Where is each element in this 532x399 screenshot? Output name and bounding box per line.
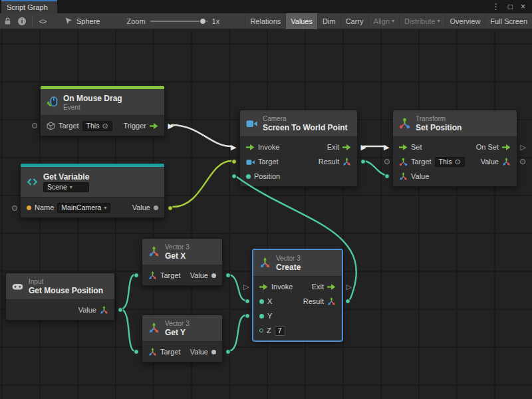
target-this-chip[interactable]: This ⊙ (82, 121, 112, 131)
target-input-port[interactable] (134, 273, 139, 278)
result-output-port[interactable] (360, 159, 366, 164)
maximize-icon[interactable]: □ (508, 3, 513, 11)
value-port-label: Value (190, 348, 208, 356)
port-row: Target Result (240, 154, 357, 169)
set-input-port[interactable]: ▶ (384, 144, 389, 151)
value-input-port[interactable] (384, 174, 390, 179)
exit-port-label: Exit (327, 143, 339, 151)
relations-button[interactable]: Relations (245, 13, 285, 29)
x-port-label: X (267, 297, 272, 305)
node-header[interactable]: Vector 3 Create (253, 250, 342, 277)
float-port-dot[interactable] (259, 299, 264, 304)
chevron-down-icon: ▾ (70, 184, 72, 190)
float-port-dot[interactable] (259, 314, 264, 319)
invoke-port-label: Invoke (271, 283, 293, 291)
tab-script-graph[interactable]: Script Graph (1, 0, 57, 13)
dim-button[interactable]: Dim (317, 13, 340, 29)
node-header[interactable]: Get Variable Scene ▾ (21, 167, 164, 198)
object-port-dot[interactable] (154, 205, 158, 210)
variable-name-value: MainCamera (61, 203, 101, 211)
lock-icon[interactable] (0, 13, 15, 29)
carry-button[interactable]: Carry (340, 13, 368, 29)
value-output-port[interactable] (225, 349, 231, 354)
close-icon[interactable]: × (521, 3, 525, 11)
y-port-label: Y (267, 312, 272, 320)
result-output-port[interactable] (345, 299, 350, 304)
target-input-port[interactable] (134, 349, 139, 354)
position-input-port[interactable] (231, 174, 237, 179)
value-port-label: Value (78, 306, 96, 314)
node-header[interactable]: Camera Screen To World Point (240, 110, 357, 137)
name-input-port[interactable] (12, 205, 17, 211)
target-input-port[interactable] (231, 159, 237, 164)
exit-output-port[interactable]: ▷ (346, 283, 352, 291)
z-input[interactable] (275, 326, 285, 336)
fullscreen-button[interactable]: Full Screen (485, 13, 532, 29)
y-input-port[interactable] (245, 313, 250, 319)
float-port-dot[interactable] (211, 350, 216, 354)
target-input-port[interactable] (32, 123, 37, 128)
node-category: Camera (263, 115, 348, 122)
node-header[interactable]: On Mouse Drag Event (41, 89, 164, 116)
exit-output-port[interactable]: ▶ (361, 144, 366, 151)
zoom-slider[interactable] (150, 21, 207, 22)
code-view-icon[interactable]: <> (35, 13, 50, 29)
target-this-chip[interactable]: This ⊙ (435, 157, 465, 167)
distribute-button[interactable]: Distribute ▾ (399, 13, 444, 29)
graph-target-label: Sphere (76, 17, 100, 25)
object-picker-icon[interactable]: ⊙ (454, 158, 460, 166)
zoom-value: 1x (212, 17, 220, 25)
node-get-variable[interactable]: Get Variable Scene ▾ Name MainCamera ▾ (20, 163, 165, 218)
x-input-port[interactable] (245, 299, 250, 304)
string-port-dot[interactable] (27, 205, 31, 210)
target-input-port[interactable] (384, 159, 390, 164)
zoom-slider-thumb[interactable] (200, 18, 206, 25)
invoke-input-port[interactable]: ▶ (231, 144, 236, 151)
node-header[interactable]: Transform Set Position (393, 110, 517, 137)
graph-canvas[interactable]: On Mouse Drag Event Target This ⊙ Trigge… (0, 29, 532, 399)
node-get-mouse-position[interactable]: Input Get Mouse Position Value (5, 273, 115, 321)
node-header[interactable]: Input Get Mouse Position (6, 273, 114, 300)
float-port-dot[interactable] (259, 329, 263, 332)
port-row: Target This ⊙ Value (393, 154, 517, 169)
tab-bar: Script Graph ⋮ □ × (0, 0, 532, 13)
align-button[interactable]: Align ▾ (368, 13, 399, 29)
chevron-down-icon: ▾ (104, 205, 106, 211)
vector3-port-icon (342, 158, 351, 166)
info-icon-glyph: i (18, 17, 26, 25)
node-on-mouse-drag[interactable]: On Mouse Drag Event Target This ⊙ Trigge… (40, 85, 165, 136)
node-vector3-create[interactable]: Vector 3 Create Invoke Exit X (253, 249, 342, 341)
port-row: Position (240, 169, 357, 184)
value-output-port[interactable] (168, 205, 173, 211)
chevron-down-icon: ▾ (392, 18, 394, 24)
trigger-output-port[interactable]: ▶ (168, 122, 174, 130)
node-header[interactable]: Vector 3 Get X (142, 239, 222, 265)
value-output-port[interactable] (520, 159, 525, 164)
node-get-x[interactable]: Vector 3 Get X Target Value (142, 238, 223, 286)
node-screen-to-world-point[interactable]: Camera Screen To World Point Invoke Exit… (239, 110, 358, 187)
vector3-icon (148, 246, 160, 257)
float-port-dot[interactable] (211, 273, 216, 278)
object-picker-icon[interactable]: ⊙ (102, 122, 108, 130)
invoke-input-port[interactable]: ▷ (243, 283, 249, 291)
values-button[interactable]: Values (285, 13, 317, 29)
info-icon[interactable]: i (15, 13, 29, 29)
overview-button[interactable]: Overview (445, 13, 485, 29)
result-port-label: Result (319, 158, 339, 166)
exec-input-icon (246, 144, 255, 151)
on-set-output-port[interactable]: ▷ (521, 144, 526, 151)
vector3-port-dot[interactable] (246, 174, 251, 179)
node-header[interactable]: Vector 3 Get Y (142, 315, 222, 342)
variable-name-dropdown[interactable]: MainCamera ▾ (57, 203, 110, 213)
graph-target[interactable]: Sphere (65, 17, 100, 25)
value-output-port[interactable] (225, 273, 231, 278)
node-get-y[interactable]: Vector 3 Get Y Target Value (142, 315, 223, 362)
trigger-port-label: Trigger (124, 122, 146, 130)
tab-menu-icon[interactable]: ⋮ (492, 3, 500, 11)
value-output-port[interactable] (118, 307, 123, 313)
node-title: On Mouse Drag (63, 94, 122, 103)
zoom-label: Zoom (126, 17, 145, 25)
node-set-position[interactable]: Transform Set Position Set On Set Target (392, 110, 517, 187)
variable-scope-dropdown[interactable]: Scene ▾ (43, 182, 89, 192)
port-row: Z (253, 323, 342, 338)
